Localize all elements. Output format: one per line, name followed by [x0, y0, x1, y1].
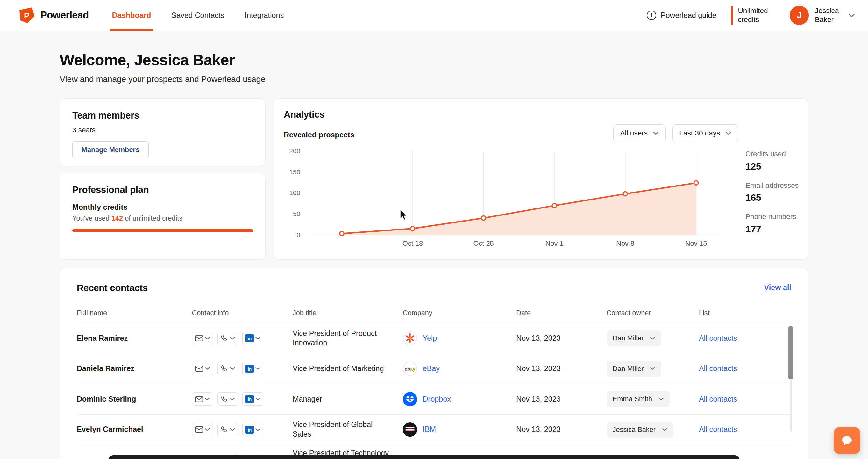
info-icon: i [647, 10, 656, 20]
page-title: Welcome, Jessica Baker [60, 51, 235, 69]
linkedin-dropdown[interactable]: in [242, 332, 263, 345]
linkedin-dropdown[interactable]: in [242, 423, 263, 436]
company-logo-yelp [403, 331, 417, 345]
seats-count: 3 seats [72, 126, 253, 134]
nav-dashboard[interactable]: Dashboard [111, 0, 152, 31]
table-row: Evelyn CarmichaelinVice President of Glo… [77, 415, 791, 445]
company-link[interactable]: Dropbox [423, 395, 451, 404]
phone-dropdown[interactable] [217, 392, 238, 406]
owner-name: Jessica Baker [613, 426, 656, 434]
phone-dropdown[interactable] [217, 423, 238, 436]
scrollbar-thumb[interactable] [788, 326, 794, 379]
list-link[interactable]: All contacts [699, 334, 737, 342]
owner-cell: Dan Miller [607, 361, 699, 377]
list-cell: All contacts [699, 425, 791, 434]
powerlead-logo-icon: P [18, 6, 36, 24]
company-cell: IBM [403, 422, 516, 437]
plan-title: Professional plan [72, 184, 253, 195]
avatar: J [789, 5, 810, 26]
analytics-filters: All users Last 30 days [613, 124, 738, 142]
owner-select[interactable]: Dan Miller [607, 330, 661, 346]
col-full-name: Full name [77, 309, 192, 317]
svg-text:in: in [248, 367, 252, 372]
user-menu[interactable]: J Jessica Baker [789, 5, 855, 26]
analytics-stats: Credits used 125 Email addresses 165 Pho… [745, 150, 799, 244]
phone-dropdown[interactable] [217, 362, 238, 375]
team-members-card: Team members 3 seats Manage Members [60, 98, 266, 166]
contact-date: Nov 13, 2023 [516, 395, 606, 404]
users-filter-label: All users [620, 129, 648, 137]
chevron-down-icon [726, 132, 731, 135]
chevron-down-icon [650, 367, 655, 370]
users-filter-dropdown[interactable]: All users [613, 124, 666, 142]
col-contact-owner: Contact owner [607, 309, 699, 317]
date-range-dropdown[interactable]: Last 30 days [673, 124, 738, 142]
col-job-title: Job title [292, 309, 403, 317]
credits-label: Unlimited credits [738, 6, 775, 24]
list-cell: All contacts [699, 395, 791, 404]
list-link[interactable]: All contacts [699, 425, 737, 433]
svg-text:in: in [248, 397, 252, 402]
chat-launcher-button[interactable] [834, 427, 860, 454]
email-dropdown[interactable] [192, 392, 213, 406]
job-title: Vice President of Product Innovation [292, 329, 403, 348]
owner-select[interactable]: Jessica Baker [607, 422, 674, 438]
primary-nav: Dashboard Saved Contacts Integrations [111, 0, 303, 31]
email-dropdown[interactable] [192, 423, 213, 436]
col-list: List [699, 309, 791, 317]
svg-text:P: P [24, 11, 29, 20]
phone-dropdown[interactable] [217, 332, 238, 345]
stat-email-addresses: Email addresses 165 [745, 181, 799, 203]
linkedin-dropdown[interactable]: in [242, 362, 263, 375]
view-all-link[interactable]: View all [764, 283, 791, 292]
list-cell: All contacts [699, 364, 791, 373]
recent-contacts-title: Recent contacts [77, 282, 791, 293]
contact-name: Evelyn Carmichael [77, 425, 192, 434]
svg-text:200: 200 [289, 147, 300, 154]
guide-label: Powerlead guide [661, 11, 716, 20]
svg-text:in: in [248, 336, 252, 341]
brand[interactable]: P Powerlead [18, 6, 89, 24]
chevron-down-icon [662, 428, 668, 431]
contact-info-cell: in [192, 332, 292, 345]
nav-integrations[interactable]: Integrations [244, 0, 285, 31]
list-link[interactable]: All contacts [699, 364, 737, 373]
credits-bar-icon [731, 6, 733, 25]
col-company: Company [403, 309, 516, 317]
contact-info-cell: in [192, 392, 292, 406]
nav-saved-contacts[interactable]: Saved Contacts [170, 0, 225, 31]
owner-cell: Dan Miller [607, 330, 699, 346]
company-link[interactable]: Yelp [423, 334, 437, 343]
svg-text:Nov 1: Nov 1 [546, 239, 564, 247]
table-header: Full name Contact info Job title Company… [77, 305, 791, 323]
owner-select[interactable]: Emma Smith [607, 391, 670, 407]
contact-date: Nov 13, 2023 [516, 364, 606, 373]
company-link[interactable]: IBM [423, 425, 436, 434]
owner-select[interactable]: Dan Miller [607, 361, 661, 377]
company-cell: ebayeBay [403, 362, 516, 376]
contacts-table-body: Elena RamirezinVice President of Product… [77, 323, 791, 459]
chevron-down-icon [205, 428, 210, 431]
list-cell: All contacts [699, 334, 791, 343]
brand-name: Powerlead [40, 9, 89, 21]
guide-link[interactable]: i Powerlead guide [647, 10, 716, 20]
svg-text:ebay: ebay [405, 367, 415, 372]
company-logo-ebay: ebay [403, 362, 417, 376]
company-logo-dropbox [403, 392, 417, 406]
chevron-down-icon [255, 337, 260, 340]
analytics-title: Analytics [284, 109, 798, 120]
svg-text:Nov 8: Nov 8 [616, 239, 634, 247]
list-link[interactable]: All contacts [699, 395, 737, 403]
chevron-down-icon [848, 11, 855, 19]
col-date: Date [516, 309, 606, 317]
company-link[interactable]: eBay [423, 364, 440, 373]
linkedin-dropdown[interactable]: in [242, 392, 263, 406]
manage-members-button[interactable]: Manage Members [72, 141, 149, 158]
contact-name: Daniela Ramirez [77, 364, 192, 373]
email-dropdown[interactable] [192, 362, 213, 375]
date-range-label: Last 30 days [679, 129, 720, 137]
chevron-down-icon [255, 367, 260, 370]
svg-text:150: 150 [289, 168, 300, 175]
svg-text:100: 100 [289, 189, 300, 196]
email-dropdown[interactable] [192, 332, 213, 345]
